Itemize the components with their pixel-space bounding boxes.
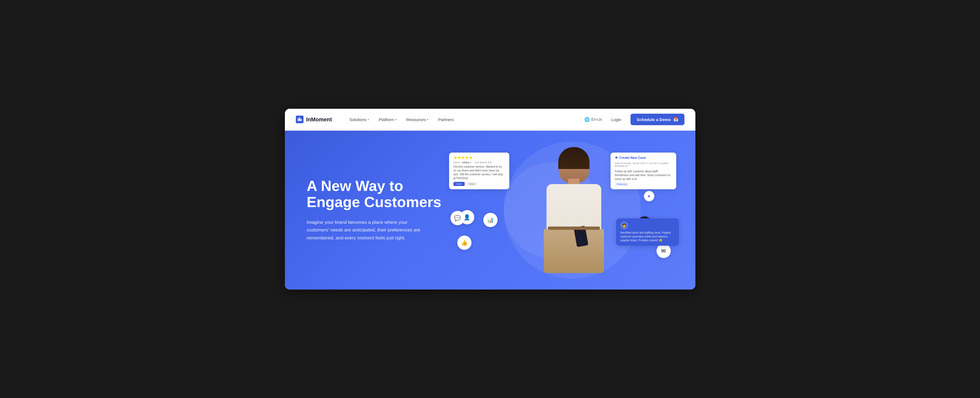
- chevron-down-icon: ▾: [427, 118, 428, 121]
- ai-response-card: 👩 Identified stock and staffing issue. H…: [616, 218, 679, 246]
- calendar-icon: 📅: [673, 117, 678, 122]
- hero-content: A New Way to Engage Customers Imagine yo…: [307, 178, 444, 242]
- chevron-down-icon: ▾: [395, 118, 396, 121]
- review-card: ⭐⭐⭐⭐⭐ Name: Ashley J. Avg Spend: $75 Hot…: [449, 153, 509, 189]
- nav-right: 🌐 En-Us Login Schedule a Demo 📅: [584, 113, 684, 125]
- nav-links: Solutions ▾ Platform ▾ Resources ▾ Partn…: [346, 115, 584, 124]
- login-link[interactable]: Login: [608, 115, 625, 124]
- nav-resources[interactable]: Resources ▾: [402, 115, 433, 124]
- nav-solutions[interactable]: Solutions ▾: [346, 115, 373, 124]
- hero-visual: ⭐⭐⭐⭐⭐ Name: Ashley J. Avg Spend: $75 Hot…: [444, 147, 673, 273]
- review-card-body: Hot-line customer service. Wanted to try…: [453, 165, 505, 180]
- mail-icon-float: ✉: [657, 244, 671, 258]
- nav-partners[interactable]: Partners: [434, 115, 458, 124]
- svg-rect-0: [298, 118, 299, 121]
- ai-card-body: Identified stock and staffing issue. Hel…: [620, 231, 675, 242]
- chevron-down-icon: ▾: [368, 118, 369, 121]
- nav-platform[interactable]: Platform ▾: [375, 115, 400, 124]
- page-wrapper: InMoment Solutions ▾ Platform ▾ Resource…: [285, 109, 695, 289]
- globe-icon: 🌐: [584, 117, 590, 122]
- new-case-card: ✚ Create New Case Date of Survey: 28 Apr…: [611, 153, 676, 189]
- case-body: Follow up with customer about staff frie…: [615, 169, 672, 181]
- logo[interactable]: InMoment: [296, 116, 332, 123]
- case-tag: Follow Up: [615, 182, 629, 186]
- language-selector[interactable]: 🌐 En-Us: [584, 117, 602, 122]
- share-button[interactable]: Share: [453, 182, 465, 186]
- avatar: 👩: [620, 222, 628, 229]
- hero-person: [536, 147, 612, 273]
- chat-icon-float: 💬: [450, 211, 465, 225]
- close-button[interactable]: Close: [466, 182, 477, 186]
- hero-title: A New Way to Engage Customers: [307, 178, 444, 210]
- review-card-title: ⭐⭐⭐⭐⭐: [453, 156, 505, 160]
- hero-description: Imagine your brand becomes a place where…: [307, 219, 422, 242]
- person-belt: [548, 227, 600, 230]
- person-hair: [558, 147, 589, 169]
- bar-chart-icon-float: 📊: [483, 213, 498, 227]
- svg-rect-2: [301, 119, 302, 121]
- person-skirt: [544, 229, 604, 273]
- logo-icon: [296, 116, 304, 123]
- case-meta: Date of Survey: 28 Apr 2023 11:29 AM | L…: [615, 162, 672, 167]
- plus-icon: ✚: [615, 156, 618, 160]
- hero-section: A New Way to Engage Customers Imagine yo…: [285, 131, 695, 289]
- brand-name: InMoment: [306, 117, 332, 123]
- schedule-demo-button[interactable]: Schedule a Demo 📅: [630, 113, 684, 125]
- svg-rect-1: [299, 118, 300, 121]
- star2-icon-float: ★: [644, 191, 654, 201]
- like-icon-float: 👍: [457, 236, 471, 250]
- navbar: InMoment Solutions ▾ Platform ▾ Resource…: [285, 109, 695, 131]
